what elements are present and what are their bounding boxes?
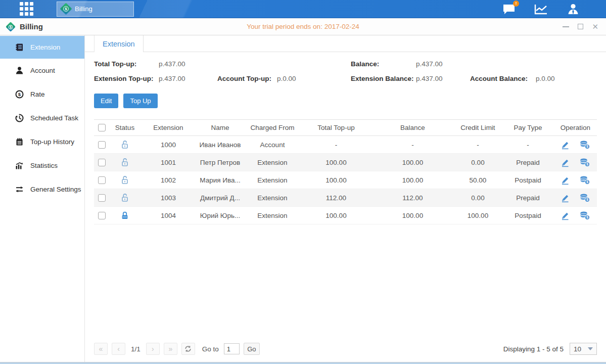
topup-row-icon[interactable]: $ [580,158,590,167]
col-total-topup: Total Top-up [301,120,371,136]
edit-row-icon[interactable] [561,175,570,185]
taskbar-tab-label: Billing [75,5,92,13]
goto-page-input[interactable] [224,343,240,354]
total-topup-cell: - [301,136,371,154]
total-topup-value: p.437.00 [159,60,185,68]
svg-text:$: $ [587,162,589,166]
tabstrip: Extension [85,35,606,52]
status-unlocked-icon[interactable] [120,140,130,150]
pay-type-cell: Postpaid [502,171,554,189]
summary-section: Total Top-up:p.437.00 Balance:p.437.00 E… [85,52,606,82]
svg-text:$: $ [587,145,589,149]
taskbar-tab-billing[interactable]: $ Billing [57,2,134,17]
billing-app-icon: $ [60,3,72,15]
extension-cell: 1004 [141,207,196,224]
account-topup-label: Account Top-up: [217,75,277,82]
charged-from-cell: Account [244,136,301,154]
name-cell: Мария Ива... [196,171,244,189]
edit-row-icon[interactable] [561,193,570,203]
row-checkbox[interactable] [98,176,106,184]
extension-balance-value: p.437.00 [416,75,443,82]
apps-grid-icon[interactable] [20,2,33,16]
page-size-select[interactable]: 10 [570,343,597,355]
topup-row-icon[interactable]: $ [580,140,590,150]
charged-from-cell: Extension [244,207,301,224]
status-locked-icon[interactable] [120,210,130,220]
charged-from-cell: Extension [244,189,301,207]
sidebar-item-label: Statistics [30,162,58,169]
svg-text:$: $ [587,198,589,202]
status-unlocked-icon[interactable] [120,157,130,167]
statistics-icon [15,161,24,170]
svg-text:$: $ [18,92,21,97]
status-unlocked-icon[interactable] [120,193,130,203]
first-page-button[interactable]: « [94,343,108,355]
sidebar-item-account[interactable]: Account [0,59,84,82]
charged-from-cell: Extension [244,154,301,171]
last-page-button[interactable]: » [164,343,177,355]
balance-cell: 100.00 [371,207,454,224]
sidebar: Extension Account $ Rate Scheduled Task [0,35,85,362]
sliders-icon [15,185,24,194]
go-button[interactable]: Go [244,343,260,355]
row-checkbox[interactable] [98,159,106,166]
sidebar-item-rate[interactable]: $ Rate [0,82,84,106]
sidebar-item-topup-history[interactable]: Top-up History [0,130,84,154]
refresh-icon[interactable] [181,343,195,355]
sidebar-item-extension[interactable]: Extension [0,36,84,59]
page-size-value: 10 [574,345,581,353]
table-row: 1002 Мария Ива... Extension 100.00 100.0… [94,171,597,189]
window-bottom-edge [0,362,606,364]
extension-topup-label: Extension Top-up: [94,75,159,82]
prev-page-button[interactable]: ‹ [112,343,125,355]
sidebar-item-general-settings[interactable]: General Settings [0,177,84,201]
row-checkbox[interactable] [98,212,106,219]
user-account-icon[interactable] [567,3,580,15]
credit-limit-cell: - [454,136,502,154]
account-balance-label: Account Balance: [470,75,536,82]
row-checkbox[interactable] [98,194,106,202]
sidebar-item-statistics[interactable]: Statistics [0,154,84,177]
top-up-button[interactable]: Top Up [123,94,157,108]
window-billing-icon: $ [6,22,16,32]
next-page-button[interactable]: › [146,343,160,355]
goto-label: Go to [202,345,219,353]
svg-text:$: $ [587,215,589,219]
row-checkbox[interactable] [98,141,106,149]
balance-cell: 112.00 [371,189,454,207]
pagination-bar: « ‹ 1/1 › » Go to Go Displaying 1 - 5 of… [85,343,606,362]
col-pay-type: Pay Type [502,120,554,136]
total-topup-cell: 100.00 [301,207,371,224]
messages-icon[interactable]: ! [502,4,516,15]
topup-row-icon[interactable]: $ [580,211,590,220]
maximize-button[interactable] [578,24,583,29]
select-all-checkbox[interactable] [98,124,106,131]
close-button[interactable]: ✕ [592,23,598,30]
name-cell: Петр Петров [196,154,244,171]
edit-row-icon[interactable] [561,158,570,167]
extensions-table: Status Extension Name Charged From Total… [94,119,597,224]
tab-extension[interactable]: Extension [94,35,144,52]
sidebar-item-scheduled-task[interactable]: Scheduled Task [0,106,84,130]
status-unlocked-icon[interactable] [120,175,130,185]
displaying-text: Displaying 1 - 5 of 5 [503,345,564,353]
edit-button[interactable]: Edit [94,94,118,108]
extension-balance-label: Extension Balance: [351,75,416,82]
topup-row-icon[interactable]: $ [580,193,590,203]
topup-row-icon[interactable]: $ [580,175,590,185]
balance-cell: 100.00 [371,154,454,171]
svg-text:$: $ [587,180,589,184]
total-topup-label: Total Top-up: [94,60,159,68]
credit-limit-cell: 50.00 [454,171,502,189]
minimize-button[interactable] [563,26,569,27]
window-titlebar: $ Billing Your trial period ends on: 201… [0,18,606,35]
col-operation: Operation [554,120,597,136]
extension-cell: 1002 [141,171,196,189]
edit-row-icon[interactable] [561,211,570,220]
name-cell: Дмитрий Д... [196,189,244,207]
reports-chart-icon[interactable] [534,4,548,15]
edit-row-icon[interactable] [561,140,570,150]
extension-topup-value: p.437.00 [159,75,185,82]
table-header-row: Status Extension Name Charged From Total… [94,120,597,136]
credit-limit-cell: 0.00 [454,154,502,171]
